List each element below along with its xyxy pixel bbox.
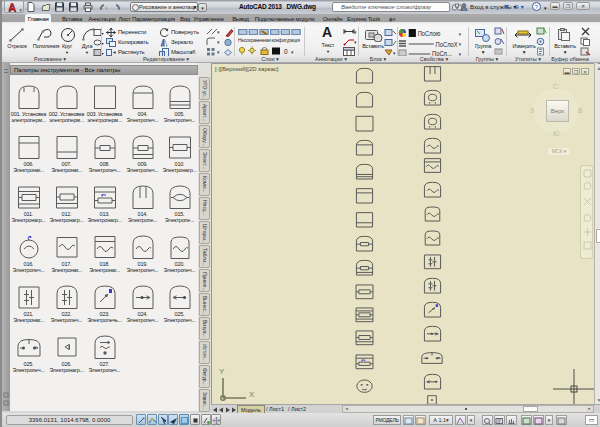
svg-text:▾: ▾ [217, 39, 220, 45]
svg-text:▾: ▾ [459, 42, 462, 47]
svg-text:X: X [249, 390, 255, 399]
svg-text:ПоСлоХ: ПоСлоХ [436, 41, 458, 48]
svg-text:▾: ▾ [459, 32, 462, 37]
svg-text:ПоСлою: ПоСлою [418, 30, 441, 37]
svg-text:▾: ▾ [106, 5, 107, 11]
svg-text:▾: ▾ [291, 49, 294, 55]
svg-text:▾: ▾ [354, 29, 357, 35]
svg-text:▾: ▾ [217, 29, 220, 35]
svg-text:0: 0 [284, 48, 288, 55]
svg-text:▾: ▾ [354, 39, 357, 45]
svg-text:▾: ▾ [217, 49, 220, 55]
svg-text:Y: Y [219, 367, 225, 376]
